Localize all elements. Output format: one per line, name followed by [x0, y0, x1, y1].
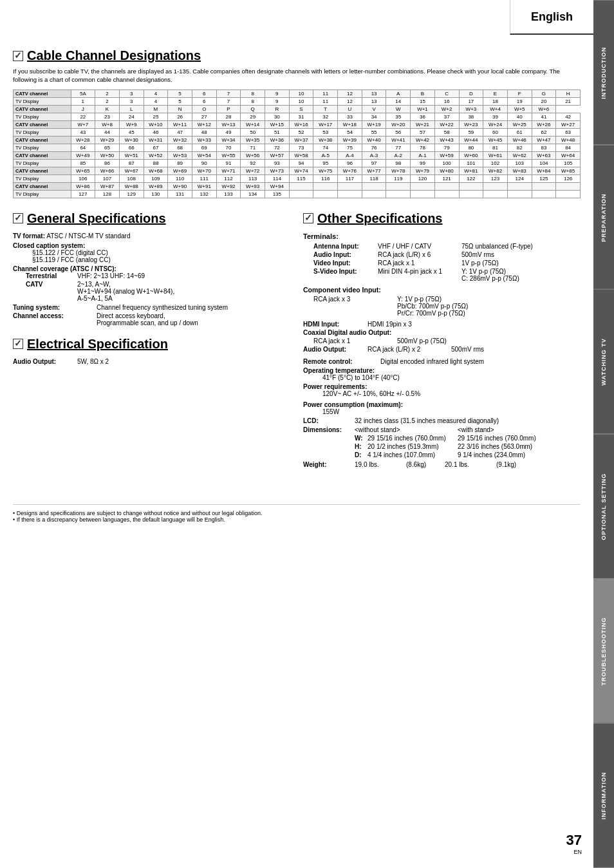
footer-notes: • Designs and specifications are subject… — [13, 504, 581, 523]
audio-output-row: Audio Output: 5W, 8Ω x 2 — [13, 358, 290, 365]
terminals-header: Terminals: — [303, 232, 581, 240]
component-right-pr: Pr/Cr: 700mV p-p (75Ω) — [397, 310, 468, 317]
cable-channel-section: Cable Channel Designations If you subscr… — [13, 48, 581, 198]
cable-section-intro: If you subscribe to cable TV, the channe… — [13, 67, 581, 84]
other-checkbox-icon — [303, 213, 313, 223]
audio-out-label: Audio Output: — [303, 346, 367, 353]
lcd-label: LCD: — [303, 417, 355, 424]
antenna-value: VHF / UHF / CATV — [378, 243, 461, 250]
tv-format-value: ATSC / NTSC-M TV standard — [46, 232, 130, 240]
dim-d-val1: 4 1/4 inches (107.0mm) — [367, 451, 458, 458]
remote-label: Remote control: — [303, 358, 380, 365]
tv-format-row: TV format: ATSC / NTSC-M TV standard — [13, 232, 290, 240]
general-specs-title: General Specifications — [13, 211, 290, 226]
coaxial-value: RCA jack x 1 — [313, 337, 397, 344]
page-number-block: 37 EN — [566, 832, 582, 855]
dim-d-row: D: 4 1/4 inches (107.0mm) 9 1/4 inches (… — [355, 451, 581, 458]
sidebar-tab-optional-setting[interactable]: OPTIONAL SETTING — [593, 434, 614, 579]
dim-h-val2: 22 3/16 inches (563.0mm) — [458, 443, 532, 450]
closed-caption-val1: §15.122 / FCC (digital CC) — [13, 249, 290, 256]
tv-format-label: TV format: — [13, 232, 45, 240]
channel-access-val1: Direct access keyboard, — [97, 312, 198, 319]
dim-h-label: H: — [355, 443, 367, 450]
sidebar-tab-troubleshooting[interactable]: TROUBLESHOOTING — [593, 579, 614, 724]
hdmi-row: HDMI Input: HDMI 19pin x 3 — [303, 321, 581, 328]
dim-with-label: <with stand> — [458, 426, 494, 433]
audio-out-right: 500mV rms — [451, 346, 484, 353]
audio-input-row: Audio Input: RCA jack (L/R) x 6 500mV rm… — [303, 251, 581, 258]
dimensions-label: Dimensions: — [303, 426, 355, 433]
terrestrial-label: Terrestrial — [26, 272, 77, 279]
weight-label: Weight: — [303, 461, 355, 468]
weight-row: Weight: 19.0 lbs. (8.6kg) 20.1 lbs. (9.1… — [303, 461, 581, 468]
electrical-specs-section: Electrical Specification Audio Output: 5… — [13, 337, 290, 365]
channel-access-row: Channel access: Direct access keyboard, … — [13, 312, 290, 326]
dimensions-values: <without stand> <with stand> W: 29 15/16… — [355, 426, 581, 460]
video-input-row: Video Input: RCA jack x 1 1V p-p (75Ω) — [303, 259, 581, 267]
antenna-right: 75Ω unbalanced (F-type) — [461, 243, 533, 250]
video-in-value: RCA jack x 1 — [378, 259, 461, 267]
language-indicator: English — [510, 0, 593, 35]
specs-left: General Specifications TV format: ATSC /… — [13, 211, 290, 478]
sidebar-tab-information[interactable]: INFORMATION — [593, 723, 614, 868]
channel-access-values: Direct access keyboard, Programmable sca… — [97, 312, 198, 326]
audio-in-right: 500mV rms — [461, 251, 494, 258]
component-row: RCA jack x 3 Y: 1V p-p (75Ω) Pb/Cb: 700m… — [303, 296, 581, 317]
catv-val1: 2~13, A~W, — [77, 281, 174, 288]
operating-label: Operating temperature: — [303, 367, 581, 374]
component-right: Y: 1V p-p (75Ω) Pb/Cb: 700mV p-p (75Ω) P… — [397, 296, 468, 317]
page-sub: EN — [566, 849, 582, 855]
weight-val1: 19.0 lbs. — [355, 461, 406, 468]
other-specs-section: Other Specifications Terminals: Antenna … — [303, 211, 581, 468]
svideo-right-c: C: 286mV p-p (75Ω) — [461, 275, 519, 282]
sidebar-tab-watching-tv[interactable]: WATCHING TV — [593, 289, 614, 434]
coaxial-right: 500mV p-p (75Ω) — [397, 337, 447, 344]
weight-val1b: (8.6kg) — [406, 461, 445, 468]
dim-h-row: H: 20 1/2 inches (519.3mm) 22 3/16 inche… — [355, 443, 581, 450]
catv-row: CATV 2~13, A~W, W+1~W+94 (analog W+1~W+8… — [13, 281, 290, 302]
terrestrial-value: VHF: 2~13 UHF: 14~69 — [77, 272, 145, 279]
lcd-value: 32 inches class (31.5 inches measured di… — [355, 417, 499, 424]
channel-coverage-label: Channel coverage (ATSC / NTSC): — [13, 265, 290, 272]
component-header: Component video Input: — [303, 286, 581, 294]
dim-w-val1: 29 15/16 inches (760.0mm) — [367, 435, 458, 442]
specs-right: Other Specifications Terminals: Antenna … — [303, 211, 581, 478]
closed-caption-label: Closed caption system: — [13, 242, 290, 249]
general-specs-section: General Specifications TV format: ATSC /… — [13, 211, 290, 326]
coaxial-label: Coaxial Digital audio Output: — [303, 329, 581, 336]
channel-access-val2: Programmable scan, and up / down — [97, 319, 198, 326]
audio-in-value: RCA jack (L/R) x 6 — [378, 251, 461, 258]
sidebar-tab-introduction[interactable]: INTRODUCTION — [593, 0, 614, 145]
tuning-label: Tuning system: — [13, 304, 97, 311]
video-in-label: Video Input: — [313, 259, 378, 267]
terrestrial-row: Terrestrial VHF: 2~13 UHF: 14~69 — [13, 272, 290, 279]
channel-table: CATV channel5A2345678910111213ABCDEFGHTV… — [13, 90, 581, 198]
weight-val2: 20.1 lbs. — [445, 461, 496, 468]
dim-d-label: D: — [355, 451, 367, 458]
specs-columns: General Specifications TV format: ATSC /… — [13, 211, 581, 478]
audio-in-label: Audio Input: — [313, 251, 378, 258]
audio-out-row: Audio Output: RCA jack (L/R) x 2 500mV r… — [303, 346, 581, 353]
power-con-label: Power consumption (maximum): — [303, 401, 581, 408]
antenna-input-row: Antenna Input: VHF / UHF / CATV 75Ω unba… — [303, 243, 581, 250]
remote-value: Digital encoded infrared light system — [380, 358, 484, 365]
sidebar-tab-preparation[interactable]: PREPARATION — [593, 145, 614, 290]
catv-val3: A-5~A-1, 5A — [77, 295, 174, 302]
audio-out-value: RCA jack (L/R) x 2 — [367, 346, 451, 353]
video-in-right: 1V p-p (75Ω) — [461, 259, 499, 267]
power-req-label: Power requirements: — [303, 383, 581, 390]
dim-header-row: <without stand> <with stand> — [355, 426, 581, 433]
dim-w-label: W: — [355, 435, 367, 442]
general-checkbox-icon — [13, 213, 23, 223]
power-con-value: 155W — [303, 408, 581, 415]
svideo-right: Y: 1V p-p (75Ω) C: 286mV p-p (75Ω) — [461, 268, 519, 282]
dim-h-val1: 20 1/2 inches (519.3mm) — [367, 443, 458, 450]
coaxial-row: RCA jack x 1 500mV p-p (75Ω) — [303, 337, 581, 344]
component-value: RCA jack x 3 — [313, 296, 397, 303]
channel-access-label: Channel access: — [13, 312, 97, 319]
catv-values: 2~13, A~W, W+1~W+94 (analog W+1~W+84), A… — [77, 281, 174, 302]
dimensions-outer: Dimensions: <without stand> <with stand>… — [303, 426, 581, 460]
sidebar-right: INTRODUCTION PREPARATION WATCHING TV OPT… — [593, 0, 614, 868]
dim-d-val2: 9 1/4 inches (234.0mm) — [458, 451, 525, 458]
catv-val2: W+1~W+94 (analog W+1~W+84), — [77, 288, 174, 295]
